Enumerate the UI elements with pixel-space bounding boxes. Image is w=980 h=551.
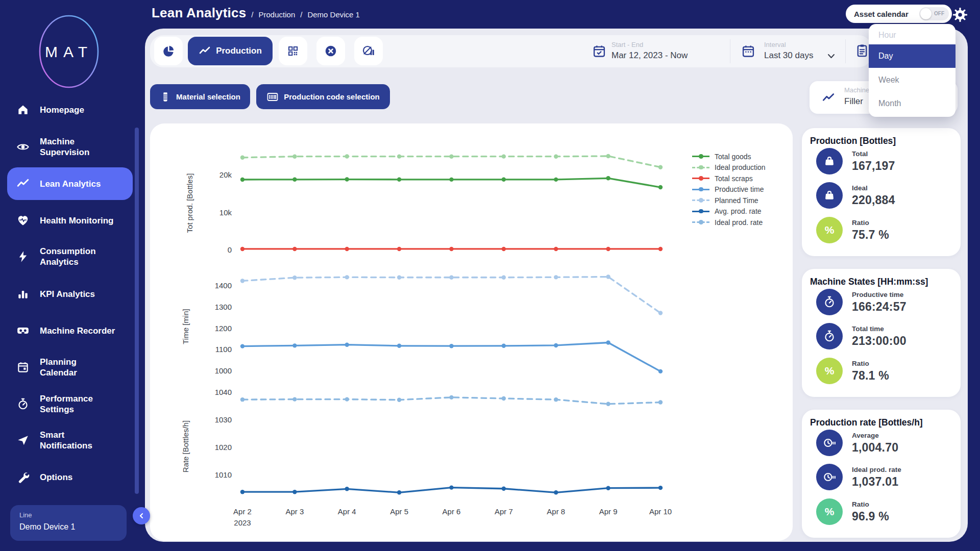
production-tab-button[interactable]: Production — [188, 37, 273, 65]
data-point[interactable] — [240, 397, 244, 402]
data-point[interactable] — [554, 343, 558, 347]
sidebar-item-consumption-analytics[interactable]: Consumption Analytics — [7, 240, 133, 273]
data-point[interactable] — [502, 344, 506, 348]
data-point[interactable] — [240, 178, 244, 182]
data-point[interactable] — [502, 276, 506, 280]
data-point[interactable] — [502, 487, 506, 491]
gear-icon[interactable] — [952, 7, 968, 22]
data-point[interactable] — [606, 247, 610, 251]
device-card[interactable]: Line Demo Device 1 — [10, 505, 127, 541]
data-point[interactable] — [554, 275, 558, 279]
data-point[interactable] — [449, 178, 453, 182]
data-point[interactable] — [397, 154, 401, 158]
data-point[interactable] — [554, 178, 558, 182]
data-point[interactable] — [502, 396, 506, 400]
data-point[interactable] — [240, 490, 244, 494]
dropdown-item-hour[interactable]: Hour — [869, 24, 955, 46]
data-point[interactable] — [292, 155, 297, 159]
data-point[interactable] — [502, 178, 506, 182]
data-point[interactable] — [240, 156, 244, 160]
data-point[interactable] — [449, 276, 453, 280]
sidebar-item-homepage[interactable]: Homepage — [7, 93, 133, 126]
data-point[interactable] — [292, 276, 297, 280]
data-point[interactable] — [292, 178, 297, 182]
data-point[interactable] — [345, 154, 349, 158]
legend-item[interactable]: Total scraps — [692, 173, 766, 184]
legend-item[interactable]: Planned Time — [692, 195, 766, 206]
data-point[interactable] — [292, 490, 297, 494]
data-point[interactable] — [292, 397, 297, 401]
dropdown-item-week[interactable]: Week — [869, 69, 955, 91]
data-point[interactable] — [345, 487, 349, 491]
data-point[interactable] — [554, 490, 558, 494]
data-point[interactable] — [292, 247, 297, 251]
data-point[interactable] — [658, 247, 663, 251]
data-point[interactable] — [606, 486, 610, 490]
data-point[interactable] — [240, 247, 244, 251]
interval-value[interactable]: Last 30 days — [764, 51, 813, 61]
legend-item[interactable]: Ideal prod. rate — [692, 217, 766, 228]
data-point[interactable] — [658, 185, 663, 189]
sidebar-item-health-monitoring[interactable]: Health Monitoring — [7, 204, 133, 237]
sidebar-item-planning-calendar[interactable]: Planning Calendar — [7, 351, 133, 384]
data-point[interactable] — [449, 155, 453, 159]
sidebar-item-machine-recorder[interactable]: Machine Recorder — [7, 314, 133, 347]
data-point[interactable] — [397, 276, 401, 280]
data-point[interactable] — [449, 485, 453, 489]
data-point[interactable] — [658, 486, 663, 490]
data-point[interactable] — [240, 279, 244, 283]
material-selection-button[interactable]: Material selection — [150, 84, 250, 109]
data-point[interactable] — [658, 369, 663, 373]
data-point[interactable] — [345, 397, 349, 401]
dropdown-item-day[interactable]: Day — [869, 44, 955, 68]
data-point[interactable] — [449, 344, 453, 348]
data-point[interactable] — [658, 165, 663, 169]
data-point[interactable] — [449, 395, 453, 399]
breadcrumb-device[interactable]: Demo Device 1 — [307, 10, 360, 19]
sidebar-collapse-button[interactable] — [133, 507, 150, 524]
clipboard-icon[interactable] — [855, 43, 869, 58]
start-end-value[interactable]: Mar 12, 2023 - Now — [611, 51, 688, 61]
data-point[interactable] — [397, 398, 401, 402]
production-code-selection-button[interactable]: Production code selection — [256, 84, 390, 109]
breadcrumb-production[interactable]: Production — [259, 10, 296, 19]
sidebar-item-options[interactable]: Options — [7, 461, 133, 493]
clear-button[interactable] — [316, 37, 345, 65]
legend-item[interactable]: Total goods — [692, 151, 766, 162]
data-point[interactable] — [658, 400, 663, 404]
data-point[interactable] — [554, 397, 558, 402]
data-point[interactable] — [449, 247, 453, 251]
sidebar-item-lean-analytics[interactable]: Lean Analytics — [7, 167, 133, 200]
data-point[interactable] — [606, 402, 610, 406]
data-point[interactable] — [606, 274, 610, 279]
data-point[interactable] — [554, 247, 558, 251]
data-point[interactable] — [502, 154, 506, 158]
legend-item[interactable]: Ideal production — [692, 162, 766, 173]
data-point[interactable] — [606, 154, 610, 158]
data-point[interactable] — [345, 342, 349, 346]
asset-calendar-toggle[interactable]: OFF — [919, 7, 949, 20]
data-point[interactable] — [658, 311, 663, 315]
grid-view-button[interactable] — [279, 37, 307, 65]
sidebar-item-performance-settings[interactable]: Performance Settings — [7, 388, 133, 420]
pie-chart-view-button[interactable] — [154, 37, 183, 65]
data-point[interactable] — [606, 176, 610, 180]
sidebar-item-smart-notifications[interactable]: Smart Notifications — [7, 424, 133, 457]
legend-item[interactable]: Productive time — [692, 184, 766, 195]
data-point[interactable] — [397, 344, 401, 348]
sidebar-scrollbar[interactable] — [135, 128, 139, 494]
data-point[interactable] — [292, 343, 297, 347]
sidebar-item-machine-supervision[interactable]: Machine Supervision — [7, 131, 133, 163]
data-point[interactable] — [345, 177, 349, 181]
data-point[interactable] — [554, 155, 558, 159]
dropdown-item-month[interactable]: Month — [869, 92, 955, 115]
data-point[interactable] — [345, 247, 349, 251]
data-point[interactable] — [397, 490, 401, 494]
data-point[interactable] — [502, 247, 506, 251]
data-point[interactable] — [397, 247, 401, 251]
data-point[interactable] — [240, 344, 244, 348]
legend-item[interactable]: Avg. prod. rate — [692, 206, 766, 217]
data-point[interactable] — [606, 340, 610, 344]
data-point[interactable] — [345, 275, 349, 279]
hide-chart-button[interactable] — [354, 37, 383, 65]
